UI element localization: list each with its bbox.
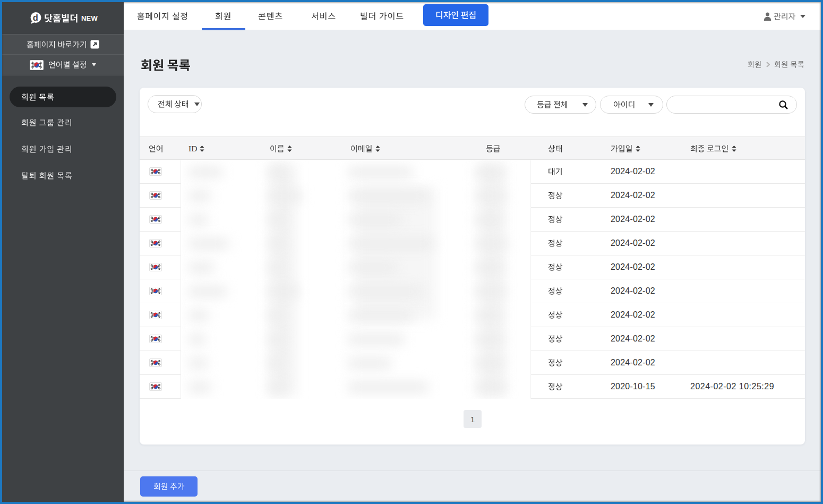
svg-text:d: d xyxy=(33,13,38,22)
